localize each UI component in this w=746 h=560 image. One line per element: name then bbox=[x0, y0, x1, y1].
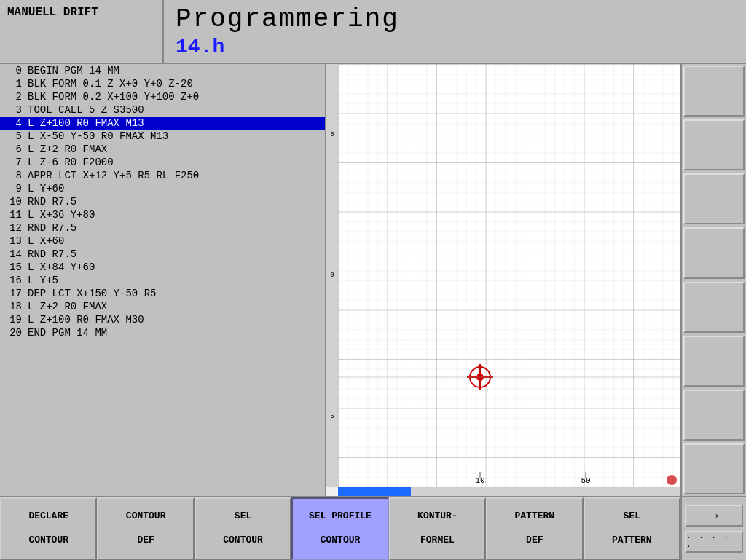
code-line-7[interactable]: 7L Z-6 R0 F2000 bbox=[0, 156, 325, 169]
sidebar-btn-5[interactable] bbox=[683, 282, 745, 333]
line-content-3: TOOL CALL 5 Z S3500 bbox=[28, 104, 322, 116]
code-line-12[interactable]: 12RND R7.5 bbox=[0, 221, 325, 234]
code-line-10[interactable]: 10RND R7.5 bbox=[0, 195, 325, 208]
line-number-9: 9 bbox=[3, 183, 22, 194]
line-content-11: L X+36 Y+80 bbox=[28, 209, 322, 221]
sidebar-btn-6[interactable] bbox=[683, 336, 745, 387]
line-content-18: L Z+2 R0 FMAX bbox=[28, 301, 322, 312]
mode-text: MANUELL DRIFT bbox=[7, 6, 98, 19]
toolbar-btn-line1-kontur-formel: KONTUR- bbox=[417, 510, 458, 523]
toolbar-btn-declare-contour[interactable]: DECLARECONTOUR bbox=[0, 497, 97, 560]
toolbar-btn-kontur-formel[interactable]: KONTUR-FORMEL bbox=[389, 497, 486, 560]
file-name: 14.h bbox=[176, 36, 734, 58]
code-line-15[interactable]: 15L X+84 Y+60 bbox=[0, 261, 325, 274]
line-content-1: BLK FORM 0.1 Z X+0 Y+0 Z-20 bbox=[28, 78, 322, 90]
toolbar-btn-line2-sel-profile-contour: CONTOUR bbox=[321, 535, 361, 547]
header: MANUELL DRIFT Programmering 14.h bbox=[0, 0, 746, 64]
toolbar-btn-line2-pattern-def: DEF bbox=[526, 535, 543, 547]
line-number-7: 7 bbox=[3, 157, 22, 168]
toolbar: DECLARECONTOURCONTOURDEFSELCONTOURSEL PR… bbox=[0, 496, 746, 560]
code-line-0[interactable]: 0BEGIN PGM 14 MM bbox=[0, 64, 325, 77]
sidebar-btn-1[interactable] bbox=[683, 66, 745, 117]
line-content-14: RND R7.5 bbox=[28, 248, 322, 260]
code-line-16[interactable]: 16L Y+5 bbox=[0, 274, 325, 287]
code-line-3[interactable]: 3TOOL CALL 5 Z S3500 bbox=[0, 103, 325, 117]
code-line-8[interactable]: 8APPR LCT X+12 Y+5 R5 RL F250 bbox=[0, 169, 325, 182]
code-line-2[interactable]: 2BLK FORM 0.2 X+100 Y+100 Z+0 bbox=[0, 90, 325, 103]
line-content-15: L X+84 Y+60 bbox=[28, 261, 322, 273]
y-label-top: 5 bbox=[330, 131, 334, 138]
code-line-1[interactable]: 1BLK FORM 0.1 Z X+0 Y+0 Z-20 bbox=[0, 77, 325, 90]
graph-scrollbar[interactable] bbox=[338, 487, 680, 496]
line-number-17: 17 bbox=[3, 288, 22, 299]
code-line-19[interactable]: 19L Z+100 R0 FMAX M30 bbox=[0, 313, 325, 326]
toolbar-btn-contour-def[interactable]: CONTOURDEF bbox=[97, 497, 194, 560]
code-line-14[interactable]: 14RND R7.5 bbox=[0, 248, 325, 261]
line-number-12: 12 bbox=[3, 222, 22, 234]
toolbar-btn-pattern-def[interactable]: PATTERNDEF bbox=[486, 497, 583, 560]
toolbar-btn-sel-profile-contour[interactable]: SEL PROFILECONTOUR bbox=[291, 497, 388, 560]
line-number-20: 20 bbox=[3, 327, 22, 339]
dots-btn[interactable]: · · · · · bbox=[685, 531, 743, 553]
line-number-3: 3 bbox=[3, 104, 22, 116]
line-number-2: 2 bbox=[3, 91, 22, 103]
toolbar-btn-line1-declare-contour: DECLARE bbox=[28, 510, 68, 523]
line-content-2: BLK FORM 0.2 X+100 Y+100 Z+0 bbox=[28, 91, 322, 103]
scrollbar-thumb[interactable] bbox=[338, 487, 411, 496]
sidebar-btn-3[interactable] bbox=[683, 173, 745, 224]
code-line-11[interactable]: 11L X+36 Y+80 bbox=[0, 208, 325, 221]
toolbar-btn-line2-contour-def: DEF bbox=[137, 535, 154, 547]
grid-svg: 10 50 100 bbox=[338, 64, 680, 487]
mode-label: MANUELL DRIFT bbox=[0, 0, 164, 63]
main-area: 0BEGIN PGM 14 MM1BLK FORM 0.1 Z X+0 Y+0 … bbox=[0, 64, 746, 496]
right-sidebar bbox=[680, 64, 746, 496]
toolbar-btn-line1-sel-profile-contour: SEL PROFILE bbox=[309, 510, 372, 523]
code-line-18[interactable]: 18L Z+2 R0 FMAX bbox=[0, 300, 325, 313]
graph-panel: 5 0 5 bbox=[326, 64, 680, 496]
toolbar-btn-line2-sel-pattern: PATTERN bbox=[612, 535, 652, 547]
line-content-12: RND R7.5 bbox=[28, 222, 322, 234]
line-content-7: L Z-6 R0 F2000 bbox=[28, 157, 322, 168]
toolbar-btn-sel-contour[interactable]: SELCONTOUR bbox=[195, 497, 291, 560]
toolbar-btn-line2-sel-contour: CONTOUR bbox=[223, 535, 263, 547]
line-content-16: L Y+5 bbox=[28, 275, 322, 286]
svg-rect-1 bbox=[338, 64, 680, 487]
line-number-19: 19 bbox=[3, 314, 22, 326]
toolbar-btn-line2-kontur-formel: FORMEL bbox=[420, 535, 455, 547]
line-number-4: 4 bbox=[3, 117, 22, 129]
y-label-bot: 5 bbox=[330, 413, 334, 420]
line-content-20: END PGM 14 MM bbox=[28, 327, 322, 339]
code-line-6[interactable]: 6L Z+2 R0 FMAX bbox=[0, 143, 325, 156]
sidebar-btn-7[interactable] bbox=[683, 390, 745, 441]
line-number-1: 1 bbox=[3, 78, 22, 90]
app-title: Programmering bbox=[176, 4, 734, 34]
line-number-10: 10 bbox=[3, 196, 22, 208]
line-content-6: L Z+2 R0 FMAX bbox=[28, 143, 322, 155]
sidebar-btn-2[interactable] bbox=[683, 119, 745, 170]
code-line-5[interactable]: 5L X-50 Y-50 R0 FMAX M13 bbox=[0, 130, 325, 143]
toolbar-right-arrows: →· · · · · bbox=[680, 497, 746, 560]
toolbar-btn-line1-sel-contour: SEL bbox=[235, 510, 251, 523]
line-content-4: L Z+100 R0 FMAX M13 bbox=[28, 117, 322, 129]
title-area: Programmering 14.h bbox=[164, 0, 746, 63]
line-content-0: BEGIN PGM 14 MM bbox=[28, 65, 322, 76]
line-number-0: 0 bbox=[3, 65, 22, 76]
code-line-13[interactable]: 13L X+60 bbox=[0, 234, 325, 248]
arrow-right-btn[interactable]: → bbox=[685, 505, 743, 527]
line-number-8: 8 bbox=[3, 170, 22, 181]
line-number-14: 14 bbox=[3, 248, 22, 260]
code-line-4[interactable]: 4L Z+100 R0 FMAX M13 bbox=[0, 117, 325, 130]
sidebar-btn-4[interactable] bbox=[683, 227, 745, 278]
graph-grid: 10 50 100 bbox=[338, 64, 680, 487]
line-content-10: RND R7.5 bbox=[28, 196, 322, 208]
toolbar-btn-sel-pattern[interactable]: SELPATTERN bbox=[584, 497, 680, 560]
code-line-17[interactable]: 17DEP LCT X+150 Y-50 R5 bbox=[0, 287, 325, 300]
line-number-16: 16 bbox=[3, 275, 22, 286]
toolbar-btn-line1-sel-pattern: SEL bbox=[624, 510, 640, 523]
line-number-15: 15 bbox=[3, 261, 22, 273]
toolbar-btn-line1-contour-def: CONTOUR bbox=[126, 510, 166, 523]
code-line-20[interactable]: 20END PGM 14 MM bbox=[0, 326, 325, 339]
code-line-9[interactable]: 9L Y+60 bbox=[0, 182, 325, 195]
sidebar-btn-8[interactable] bbox=[683, 443, 745, 494]
line-number-18: 18 bbox=[3, 301, 22, 312]
